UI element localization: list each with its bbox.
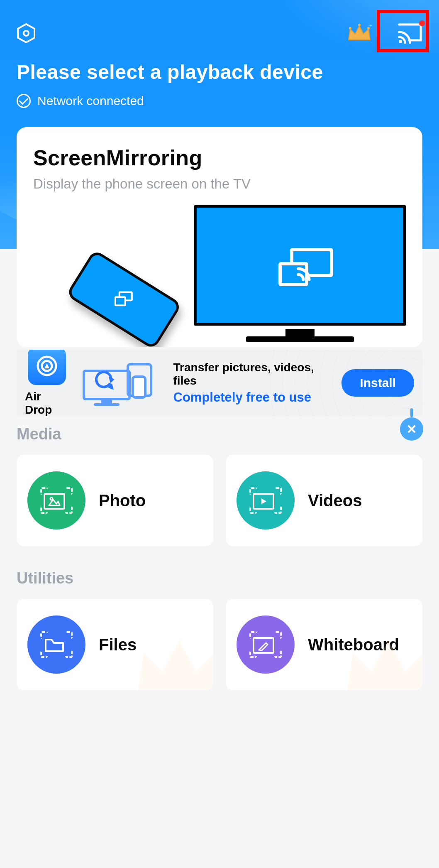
screen-mirroring-subtitle: Display the phone screen on the TV [33, 176, 406, 192]
svg-rect-18 [133, 377, 145, 397]
network-status-text: Network connected [37, 94, 144, 108]
screen-mirroring-title: ScreenMirroring [33, 145, 406, 170]
devices-illustration [80, 360, 163, 406]
svg-marker-21 [49, 500, 60, 505]
cast-mini-icon [115, 291, 134, 308]
tile-files-label: Files [99, 635, 137, 654]
cast-notification-dot [419, 20, 425, 26]
close-icon [407, 424, 417, 434]
svg-point-1 [24, 31, 29, 36]
crown-ghost-icon [343, 632, 422, 690]
tile-files[interactable]: Files [17, 599, 213, 690]
svg-point-22 [50, 498, 53, 500]
svg-rect-8 [280, 264, 307, 284]
svg-point-6 [399, 40, 402, 43]
section-media-label: Media [17, 425, 61, 443]
svg-rect-10 [115, 297, 125, 305]
section-utilities-label: Utilities [17, 569, 73, 587]
svg-text:+: + [369, 23, 372, 29]
tv-illustration [140, 205, 406, 342]
svg-point-2 [349, 27, 351, 29]
whiteboard-icon [237, 615, 295, 674]
cast-icon[interactable] [397, 22, 423, 44]
network-status: Network connected [17, 94, 144, 108]
screen-mirroring-card[interactable]: ScreenMirroring Display the phone screen… [17, 127, 422, 347]
settings-icon[interactable] [16, 23, 37, 44]
airdrop-app-icon [28, 350, 66, 385]
videos-icon [237, 471, 295, 530]
svg-point-3 [358, 24, 361, 26]
cast-overlay-icon [278, 247, 336, 289]
crown-icon[interactable]: + [347, 23, 372, 43]
photo-icon [27, 471, 85, 530]
tile-videos-label: Videos [308, 491, 362, 510]
tile-photo-label: Photo [99, 491, 146, 510]
tile-videos[interactable]: Videos [226, 455, 422, 546]
close-banner-button[interactable] [400, 417, 423, 441]
check-icon [17, 94, 31, 108]
crown-ghost-icon [134, 632, 213, 690]
svg-rect-15 [101, 399, 112, 403]
tile-photo[interactable]: Photo [17, 455, 213, 546]
svg-rect-16 [94, 403, 120, 406]
svg-marker-0 [18, 24, 34, 42]
svg-marker-13 [44, 363, 49, 368]
files-icon [27, 615, 85, 674]
svg-rect-14 [84, 371, 129, 399]
tile-whiteboard[interactable]: Whiteboard [226, 599, 422, 690]
airdrop-banner[interactable]: Air Drop Transfer pictures, videos, file… [17, 350, 422, 416]
svg-marker-23 [261, 498, 266, 504]
page-title: Please select a playback device [17, 61, 323, 83]
airdrop-app-name: Air Drop [25, 390, 69, 416]
install-button[interactable]: Install [341, 369, 414, 397]
